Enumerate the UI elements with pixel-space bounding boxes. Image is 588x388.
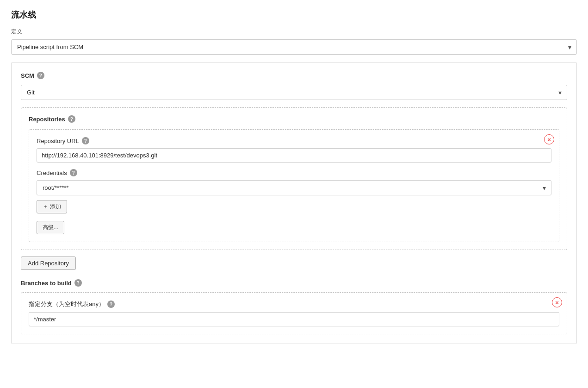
branch-label: 指定分支（为空时代表any） [29,300,105,308]
remove-repository-button[interactable]: × [544,134,554,144]
credentials-label-row: Credentials ? [37,169,551,176]
add-credentials-icon: ＋ [43,203,48,211]
branches-header: Branches to build ? [21,279,567,287]
add-credentials-button[interactable]: ＋ 添加 [37,200,67,213]
repositories-help-icon[interactable]: ? [68,115,75,123]
scm-section: SCM ? GitSVNNone ▾ Repositories ? × Repo… [11,62,577,344]
scm-select-wrapper: GitSVNNone ▾ [21,85,567,100]
branch-help-icon[interactable]: ? [107,300,115,308]
repo-url-input[interactable] [37,148,551,163]
repo-url-help-icon[interactable]: ? [82,137,89,144]
repositories-section: Repositories ? × Repository URL ? Creden… [21,107,567,250]
repositories-header: Repositories ? [29,115,559,123]
advanced-button[interactable]: 高级... [37,221,64,234]
branches-help-icon[interactable]: ? [74,279,82,287]
credentials-help-icon[interactable]: ? [70,169,77,176]
scm-select[interactable]: GitSVNNone [21,85,567,100]
remove-branch-button[interactable]: × [552,297,562,307]
scm-help-icon[interactable]: ? [37,72,44,79]
branch-label-row: 指定分支（为空时代表any） ? [29,300,559,308]
repository-item: × Repository URL ? Credentials ? root/**… [29,129,559,242]
add-credentials-label: 添加 [50,203,61,211]
repositories-label: Repositories [29,116,65,123]
scm-label: SCM [21,72,34,79]
branch-input[interactable] [29,312,559,326]
definition-select-wrapper: Pipeline script from SCMPipeline script … [11,39,577,55]
branches-label: Branches to build [21,280,72,287]
definition-label: 定义 [11,28,577,36]
page-title: 流水线 [11,9,577,20]
repo-url-label-row: Repository URL ? [37,137,551,144]
credentials-label: Credentials [37,169,67,176]
branch-item: × 指定分支（为空时代表any） ? [21,292,567,334]
scm-label-row: SCM ? [21,72,567,79]
add-repository-button[interactable]: Add Repository [21,257,76,270]
repo-url-label: Repository URL [37,138,79,144]
credentials-select-wrapper: root/****** ▾ [37,180,551,195]
branches-section: Branches to build ? × 指定分支（为空时代表any） ? [21,279,567,334]
definition-select[interactable]: Pipeline script from SCMPipeline script [11,39,577,55]
credentials-select[interactable]: root/****** [37,180,551,195]
